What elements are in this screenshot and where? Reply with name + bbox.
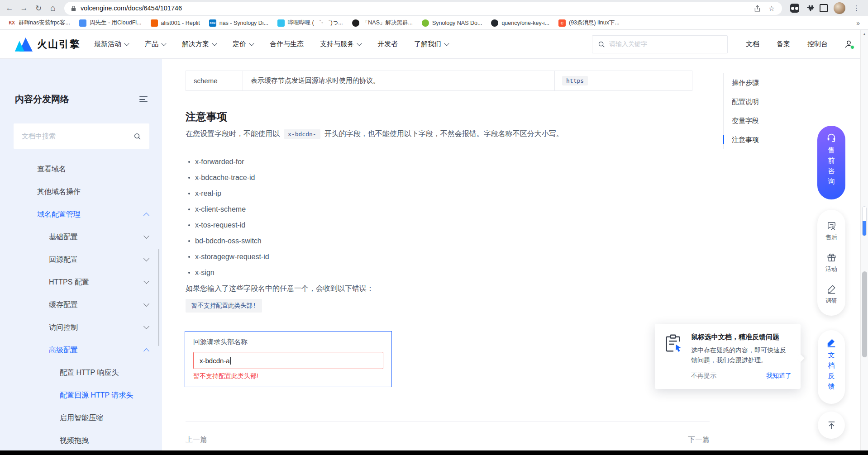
bookmark-item[interactable]: Synology NAS Do... xyxy=(418,18,486,28)
search-icon xyxy=(598,41,605,48)
chevron-down-icon xyxy=(124,41,129,46)
collapse-sidebar-icon[interactable] xyxy=(139,95,148,104)
bookmark-favicon xyxy=(422,19,429,27)
window-scrollbar[interactable]: ▲ xyxy=(860,30,868,455)
toc-item[interactable]: 操作步骤 xyxy=(724,73,759,92)
headset-icon xyxy=(826,133,836,142)
sidebar-item[interactable]: 域名配置管理 xyxy=(0,203,162,226)
sidebar-item[interactable]: HTTPS 配置 xyxy=(0,271,162,294)
volcengine-logo[interactable]: 火山引擎 xyxy=(14,37,81,52)
bookmark-item[interactable]: 哔哩哔哩 ( ゜- ゜)つ... xyxy=(274,18,347,28)
bookmark-item[interactable]: 「NAS」解决黑群... xyxy=(348,18,416,28)
bookmark-item[interactable]: 周先生 - 用CloudFl... xyxy=(76,18,145,28)
reload-icon[interactable]: ↻ xyxy=(32,1,45,15)
header-search-input[interactable]: 请输入关键字 xyxy=(592,35,728,53)
sidebar-search-input[interactable]: 文档中搜索 xyxy=(14,123,149,149)
bookmark-label: nas - Synology Di... xyxy=(219,20,268,26)
search-icon xyxy=(134,133,141,140)
bookmarks-bar: KX 群晖nas安装frpc客... 周先生 - 用CloudFl... ali… xyxy=(0,16,868,30)
bookmarks-overflow-icon[interactable]: » xyxy=(853,19,863,27)
sidebar-item[interactable]: 缓存配置 xyxy=(0,294,162,316)
header-nav-item[interactable]: 支持与服务 xyxy=(320,40,361,48)
bookmark-label: Synology NAS Do... xyxy=(432,20,482,26)
error-intro-paragraph: 如果您输入了这些字段名中的任意一个，会收到以下错误： xyxy=(186,284,374,294)
header-nav-item[interactable]: 产品 xyxy=(145,40,166,48)
presale-consult-button[interactable]: 售前咨询 xyxy=(817,126,845,199)
browser-profile-avatar[interactable] xyxy=(834,2,845,14)
bookmark-item[interactable]: C (93条消息) linux下... xyxy=(555,18,623,28)
back-icon[interactable]: ← xyxy=(3,1,16,15)
bookmark-label: 「NAS」解决黑群... xyxy=(362,19,413,27)
header-nav-item[interactable]: 了解我们 xyxy=(414,40,448,48)
sidebar-item[interactable]: 配置 HTTP 响应头 xyxy=(0,361,162,384)
browser-menu-icon[interactable]: ⋮ xyxy=(851,4,862,12)
page-scroll-indicator[interactable] xyxy=(862,206,867,236)
confirm-button[interactable]: 我知道了 xyxy=(766,372,792,380)
browser-toolbar: ← → ↻ ⌂ volcengine.com/docs/6454/101746 … xyxy=(0,0,868,16)
header-list-item: x-real-ip xyxy=(186,185,269,201)
header-nav-item[interactable]: 合作与生态 xyxy=(270,40,304,48)
bookmark-favicon: C xyxy=(558,19,566,27)
forward-icon[interactable]: → xyxy=(17,1,31,15)
docs-link[interactable]: 文档 xyxy=(746,40,759,48)
user-account-icon[interactable] xyxy=(844,39,854,49)
sidebar-scrollbar-thumb[interactable] xyxy=(158,249,159,346)
sidebar-toggle-icon[interactable] xyxy=(820,4,828,12)
sidebar-item[interactable]: 其他域名操作 xyxy=(0,180,162,203)
header-list-item: x-storagegw-request-id xyxy=(186,249,269,265)
bullet-dot xyxy=(188,272,190,274)
back-to-top-button[interactable] xyxy=(818,412,845,439)
extensions-puzzle-icon[interactable] xyxy=(805,4,814,13)
prev-article-link[interactable]: 上一篇 xyxy=(186,435,207,445)
sidebar-search-placeholder: 文档中搜索 xyxy=(22,132,56,141)
share-icon[interactable] xyxy=(754,5,761,12)
header-list-item: x-tos-request-id xyxy=(186,217,269,233)
bookmark-label: 哔哩哔哩 ( ゜- ゜)つ... xyxy=(288,19,343,27)
panda-extension-icon[interactable] xyxy=(790,4,799,13)
presale-label: 售前咨询 xyxy=(828,145,835,186)
header-nav-item[interactable]: 最新活动 xyxy=(94,40,129,48)
header-nav-item[interactable]: 定价 xyxy=(233,40,253,48)
bookmark-star-icon[interactable]: ☆ xyxy=(768,4,775,13)
chevron-icon xyxy=(143,301,149,307)
form-error-text: 暂不支持配置此类头部! xyxy=(193,372,383,380)
beian-link[interactable]: 备案 xyxy=(777,40,790,48)
header-nav-item[interactable]: 开发者 xyxy=(377,40,398,48)
sidebar-item[interactable]: 查看域名 xyxy=(0,158,162,180)
chevron-icon xyxy=(143,278,149,284)
bookmark-item[interactable]: DSM nas - Synology Di... xyxy=(205,18,272,28)
table-cell-description: 表示缓存节点发送回源请求时使用的协议。 xyxy=(243,71,554,90)
toc-item[interactable]: 配置说明 xyxy=(724,92,759,111)
sidebar-item[interactable]: 基础配置 xyxy=(0,226,162,248)
survey-button[interactable]: 调研 xyxy=(825,284,837,305)
scrollbar-thumb[interactable] xyxy=(862,271,867,357)
url-bar[interactable]: volcengine.com/docs/6454/101746 ☆ xyxy=(64,2,782,15)
next-article-link[interactable]: 下一篇 xyxy=(688,435,710,445)
sidebar-title: 内容分发网络 xyxy=(15,93,69,105)
dismiss-button[interactable]: 不再提示 xyxy=(691,372,716,380)
toc-item[interactable]: 变量字段 xyxy=(724,111,759,130)
site-header: 火山引擎 最新活动 产品 解决方案 定价 合作与生态 xyxy=(0,30,868,59)
bookmark-favicon xyxy=(79,19,86,27)
activity-label: 活动 xyxy=(825,265,837,273)
sidebar-item[interactable]: 回源配置 xyxy=(0,248,162,271)
header-nav-item[interactable]: 解决方案 xyxy=(182,40,216,48)
bookmark-item[interactable]: quericy/one-key-i... xyxy=(487,18,553,28)
chevron-icon xyxy=(143,233,149,239)
bookmark-item[interactable]: KX 群晖nas安装frpc客... xyxy=(5,18,74,28)
activity-button[interactable]: 活动 xyxy=(825,252,837,273)
home-icon[interactable]: ⌂ xyxy=(46,1,60,15)
console-link[interactable]: 控制台 xyxy=(807,40,828,48)
aftersale-label: 售后 xyxy=(825,233,837,242)
sidebar-item[interactable]: 视频拖拽 xyxy=(0,429,162,452)
scrollbar-up-arrow[interactable]: ▲ xyxy=(861,32,868,36)
sidebar-item[interactable]: 高级配置 xyxy=(0,339,162,361)
header-name-input: x-bdcdn-a xyxy=(193,352,383,369)
sidebar-item[interactable]: 访问控制 xyxy=(0,316,162,339)
toc-item[interactable]: 注意事项 xyxy=(724,130,759,149)
sidebar-item[interactable]: 配置回源 HTTP 请求头 xyxy=(0,384,162,407)
doc-feedback-button[interactable]: 文档反馈 xyxy=(818,330,845,404)
sidebar-item[interactable]: 启用智能压缩 xyxy=(0,407,162,429)
aftersale-button[interactable]: 售后 xyxy=(825,221,837,242)
bookmark-item[interactable]: alist001 - Replit xyxy=(147,18,204,28)
